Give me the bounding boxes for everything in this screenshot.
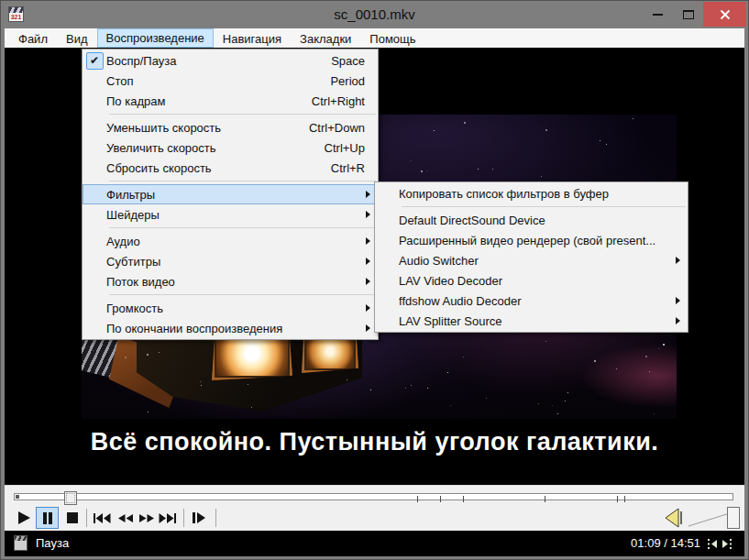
stop-button[interactable] [62, 507, 83, 529]
mpc-window: 321 sc_0010.mkv ФайлВидВоспроизведениеНа… [0, 0, 749, 560]
chapter-tick [617, 496, 618, 502]
menubar-item-bookmarks[interactable]: Закладки [291, 28, 360, 48]
maximize-button[interactable] [675, 1, 702, 27]
playback-menu-item-volume[interactable]: Громкость [83, 298, 378, 318]
filters-submenu-item-copy-filter-list[interactable]: Копировать список фильтров в буфер [375, 183, 688, 203]
shortcut-label: Space [331, 54, 365, 68]
playback-menu-item-frame-step[interactable]: По кадрамCtrl+Right [83, 91, 378, 111]
star [538, 403, 539, 404]
playback-menu-item-stop[interactable]: СтопPeriod [83, 71, 378, 91]
filters-submenu-item-lav-splitter-source[interactable]: LAV Splitter Source [375, 311, 688, 331]
star [434, 130, 435, 131]
app-icon-digits: 321 [9, 13, 23, 21]
star [567, 392, 568, 393]
filters-submenu-item-lav-video-decoder[interactable]: LAV Video Decoder [375, 270, 688, 291]
playback-menu-label: Аудио [106, 235, 378, 248]
shortcut-label: Ctrl+Up [325, 141, 365, 155]
status-app-icon [14, 535, 28, 551]
star [486, 398, 487, 399]
close-button[interactable] [703, 2, 746, 27]
playback-menu-item-subtitles[interactable]: Субтитры [83, 251, 378, 271]
skip-back-icon [94, 513, 111, 523]
star [447, 372, 448, 373]
skip-forward-icon [159, 513, 176, 523]
frame-step-button[interactable] [188, 507, 210, 529]
menu-icon-gutter [83, 158, 106, 178]
menubar-item-help[interactable]: Помощь [360, 28, 424, 48]
menu-icon-gutter [375, 230, 399, 250]
star [557, 413, 558, 414]
playback-menu-label: Сбросить скорость [106, 161, 331, 175]
filters-submenu-label: Default DirectSound Device [399, 214, 688, 227]
pause-button[interactable] [36, 507, 59, 529]
playback-menu-item-decrease-rate[interactable]: Уменьшить скоростьCtrl+Down [83, 117, 378, 137]
menu-icon-gutter [375, 250, 399, 270]
close-icon [719, 8, 732, 21]
skip-back-button[interactable] [90, 507, 114, 529]
filters-submenu-label: LAV Video Decoder [399, 274, 688, 288]
playback-menu-item-reset-rate[interactable]: Сбросить скоростьCtrl+R [83, 158, 378, 178]
playback-menu-item-shaders[interactable]: Шейдеры [83, 204, 378, 225]
playback-state: Пауза [36, 531, 69, 556]
time-display: 01:09 / 14:51 [631, 531, 700, 556]
minimize-button[interactable] [644, 1, 671, 27]
playback-menu-item-video-stream[interactable]: Поток видео [83, 271, 378, 291]
menu-icon-gutter [375, 210, 399, 230]
mute-button[interactable] [665, 507, 685, 529]
nebula-streak [581, 344, 677, 408]
filters-submenu-item-default-directsound-device[interactable]: Default DirectSound Device [375, 210, 688, 230]
skip-forward-button[interactable] [155, 507, 179, 529]
star [450, 405, 451, 406]
star [545, 341, 546, 342]
playback-menu-item-increase-rate[interactable]: Увеличить скоростьCtrl+Up [83, 137, 378, 158]
menu-icon-gutter [83, 184, 106, 204]
submenu-arrow-icon [366, 304, 370, 312]
chapter-tick [463, 496, 464, 502]
chapter-tick [440, 496, 441, 502]
menubar-item-playback[interactable]: Воспроизведение [97, 28, 214, 48]
playback-menu-item-after-playback[interactable]: По окончании воспроизведения [83, 318, 378, 338]
transport-bar [5, 505, 744, 531]
playback-menu-item-play-pause[interactable]: ✔Воспр/ПаузаSpace [83, 50, 378, 71]
menu-icon-gutter [83, 204, 106, 225]
filters-submenu-item-evr-custom-presenter[interactable]: Расширенный видео рендерер (свой present… [375, 230, 688, 250]
play-button[interactable] [13, 507, 35, 529]
playback-menu-separator [83, 178, 378, 184]
rewind-button[interactable] [115, 507, 137, 529]
seek-track[interactable] [14, 493, 733, 500]
menu-icon-gutter [375, 183, 399, 203]
menu-icon-gutter [83, 318, 106, 338]
toolbar-separator [215, 509, 216, 527]
playback-menu-item-audio[interactable]: Аудио [83, 231, 378, 251]
toolbar-separator [86, 509, 87, 527]
menubar-item-view[interactable]: Вид [57, 28, 97, 48]
star [148, 412, 149, 412]
submenu-arrow-icon [366, 278, 370, 285]
filters-submenu-item-audio-switcher[interactable]: Audio Switcher [375, 250, 688, 270]
submenu-arrow-icon [366, 324, 370, 332]
star [464, 122, 466, 124]
titlebar[interactable]: 321 sc_0010.mkv [1, 1, 748, 28]
menu-icon-gutter [83, 298, 106, 318]
menu-icon-gutter [83, 271, 106, 291]
filters-submenu: Копировать список фильтров в буферDefaul… [374, 181, 688, 333]
app-icon[interactable]: 321 [8, 6, 24, 22]
statusbar: Пауза 01:09 / 14:51 [5, 531, 744, 556]
submenu-arrow-icon [366, 211, 370, 218]
menubar: ФайлВидВоспроизведениеНавигацияЗакладкиП… [5, 28, 744, 48]
filters-submenu-item-ffdshow-audio-decoder[interactable]: ffdshow Audio Decoder [375, 291, 688, 311]
menubar-item-navigate[interactable]: Навигация [214, 28, 291, 48]
volume-thumb[interactable] [727, 507, 740, 529]
playback-menu-separator [83, 111, 378, 117]
seekbar-panel [5, 485, 744, 505]
shortcut-label: Period [330, 74, 365, 88]
playback-menu-item-filters[interactable]: Фильтры [83, 184, 378, 204]
subtitle-text: Всё спокойно. Пустынный уголок галактики… [5, 428, 744, 456]
filters-submenu-label: ffdshow Audio Decoder [399, 294, 688, 308]
menubar-item-file[interactable]: Файл [9, 28, 57, 48]
star [649, 371, 650, 372]
video-area[interactable]: Всё спокойно. Пустынный уголок галактики… [5, 48, 744, 485]
star [200, 381, 201, 382]
seek-thumb[interactable] [64, 491, 77, 505]
star [159, 352, 160, 353]
